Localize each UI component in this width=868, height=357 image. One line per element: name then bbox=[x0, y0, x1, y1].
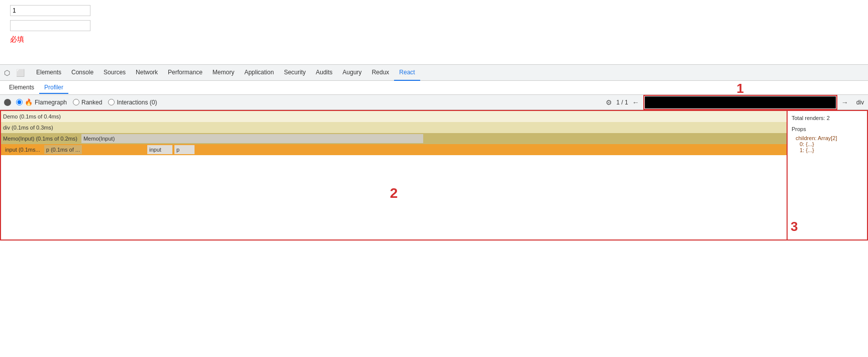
flamegraph-label: Flamegraph bbox=[35, 99, 67, 106]
flame-row-demo-label: Demo (0.1ms of 0.4ms) bbox=[3, 113, 61, 120]
subtab-profiler[interactable]: Profiler bbox=[39, 82, 68, 94]
search-box-area: 1 bbox=[643, 95, 837, 110]
flamegraph-area[interactable]: Demo (0.1ms of 0.4ms) div (0.1ms of 0.3m… bbox=[0, 110, 788, 241]
children-prop: children: Array[2] bbox=[796, 135, 863, 141]
right-panel: Total renders: 2 Props children: Array[2… bbox=[788, 110, 868, 241]
ranked-radio[interactable] bbox=[73, 99, 79, 105]
view-mode-group: 🔥 Flamegraph Ranked Interactions (0) bbox=[16, 98, 606, 106]
input-bar: input bbox=[147, 145, 172, 154]
tab-sources[interactable]: Sources bbox=[99, 65, 131, 81]
flame-row-memo-label: Memo(Input) (0.1ms of 0.2ms) bbox=[3, 136, 77, 142]
input-chip: input (0.1ms... bbox=[3, 145, 42, 154]
record-button[interactable] bbox=[4, 99, 11, 106]
search-box-wrapper bbox=[643, 95, 837, 110]
tab-memory[interactable]: Memory bbox=[208, 65, 239, 81]
flame-row-demo[interactable]: Demo (0.1ms of 0.4ms) bbox=[1, 111, 787, 122]
number-3-label: 3 bbox=[791, 219, 798, 234]
flame-row-memo[interactable]: Memo(Input) (0.1ms of 0.2ms) Memo(Input) bbox=[1, 133, 787, 144]
interactions-radio[interactable] bbox=[108, 99, 115, 105]
index-0-prop: 0: {...} bbox=[800, 141, 863, 147]
nav-prev-arrow[interactable]: ← bbox=[632, 98, 639, 106]
ranked-label: Ranked bbox=[81, 99, 102, 106]
memo-bar: Memo(Input) bbox=[81, 134, 423, 143]
input-field-1[interactable] bbox=[10, 5, 90, 16]
selected-component-label: div bbox=[856, 99, 864, 106]
tab-network[interactable]: Network bbox=[131, 65, 163, 81]
nav-next-arrow[interactable]: → bbox=[841, 98, 848, 106]
flamegraph-radio-label[interactable]: 🔥 Flamegraph bbox=[16, 98, 67, 106]
devtools-icons: ⬡ ⬜ bbox=[2, 68, 25, 78]
flame-row-div[interactable]: div (0.1ms of 0.3ms) bbox=[1, 122, 787, 133]
search-input[interactable] bbox=[645, 96, 836, 108]
tab-audits[interactable]: Audits bbox=[311, 65, 337, 81]
tab-security[interactable]: Security bbox=[279, 65, 311, 81]
device-icon[interactable]: ⬜ bbox=[15, 68, 25, 78]
tab-redux[interactable]: Redux bbox=[367, 65, 395, 81]
flame-icon: 🔥 bbox=[25, 98, 33, 106]
ranked-radio-label[interactable]: Ranked bbox=[73, 99, 102, 106]
total-renders: Total renders: 2 bbox=[792, 115, 863, 121]
tab-application[interactable]: Application bbox=[239, 65, 279, 81]
profiler-toolbar: 🔥 Flamegraph Ranked Interactions (0) ⚙ 1… bbox=[0, 95, 868, 110]
number-1-label: 1 bbox=[736, 81, 743, 96]
interactions-radio-label[interactable]: Interactions (0) bbox=[108, 99, 157, 106]
p-bar: p bbox=[174, 145, 195, 154]
tab-react[interactable]: React bbox=[394, 65, 420, 81]
toolbar-right: ⚙ 1 / 1 ← 1 → div bbox=[606, 95, 864, 110]
tab-augury[interactable]: Augury bbox=[338, 65, 367, 81]
profiler-content: Demo (0.1ms of 0.4ms) div (0.1ms of 0.3m… bbox=[0, 110, 868, 241]
gear-icon[interactable]: ⚙ bbox=[606, 98, 612, 106]
flame-row-input[interactable]: input (0.1ms... p (0.1ms of ... input p bbox=[1, 144, 787, 155]
index-1-prop: 1: {...} bbox=[800, 147, 863, 153]
tab-console[interactable]: Console bbox=[66, 65, 99, 81]
devtools-tab-bar: ⬡ ⬜ Elements Console Sources Network Per… bbox=[0, 65, 868, 81]
devtools-panel: ⬡ ⬜ Elements Console Sources Network Per… bbox=[0, 64, 868, 241]
interactions-label: Interactions (0) bbox=[117, 99, 157, 106]
flame-row-div-label: div (0.1ms of 0.3ms) bbox=[3, 125, 53, 131]
subtab-elements[interactable]: Elements bbox=[4, 82, 39, 94]
nav-counter: 1 / 1 bbox=[616, 99, 628, 106]
p-chip-left: p (0.1ms of ... bbox=[44, 145, 82, 154]
inspect-icon[interactable]: ⬡ bbox=[2, 68, 12, 78]
required-text: 必填 bbox=[10, 35, 858, 44]
number-2-label: 2 bbox=[1, 185, 787, 201]
props-label: Props bbox=[792, 126, 863, 132]
flamegraph-radio[interactable] bbox=[16, 99, 23, 105]
flame-rows: Demo (0.1ms of 0.4ms) div (0.1ms of 0.3m… bbox=[1, 111, 787, 155]
input-field-2[interactable] bbox=[10, 20, 90, 31]
page-top: 必填 bbox=[0, 0, 868, 49]
tab-elements[interactable]: Elements bbox=[31, 65, 66, 81]
tab-performance[interactable]: Performance bbox=[163, 65, 208, 81]
